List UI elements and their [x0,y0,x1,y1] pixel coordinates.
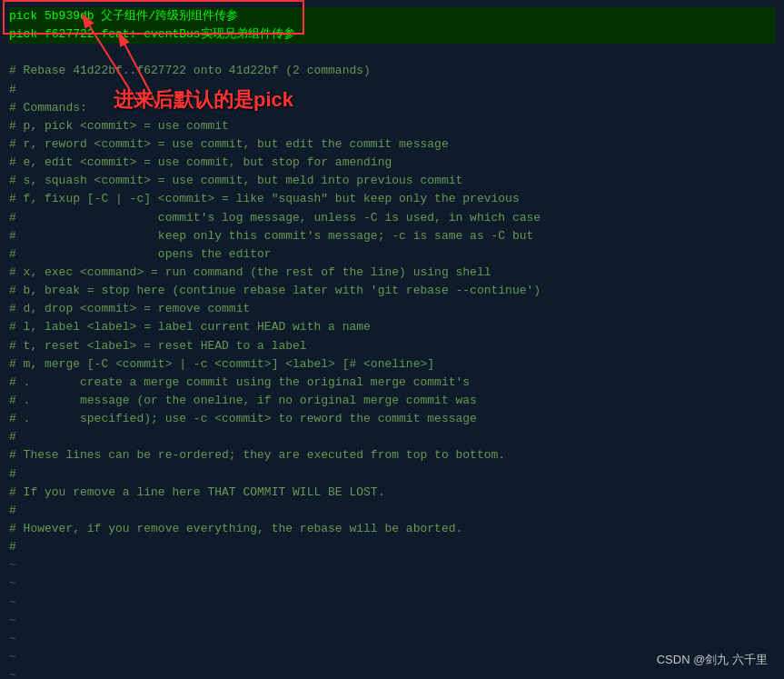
empty-line-1 [9,44,775,62]
tilde-7: ~ [9,666,775,679]
cmd-pick: # p, pick <commit> = use commit [9,117,775,135]
cmd-label: # l, label <label> = label current HEAD … [9,318,775,336]
cmd-reset: # t, reset <label> = reset HEAD to a lab… [9,337,775,355]
reorder-note: # These lines can be re-ordered; they ar… [9,446,775,464]
abort-warning: # However, if you remove everything, the… [9,520,775,538]
cmd-fixup-cont1: # commit's log message, unless -C is use… [9,209,775,227]
cmd-merge-cont3: # . specified); use -c <commit> to rewor… [9,410,775,428]
cmd-fixup-cont2: # keep only this commit's message; -c is… [9,227,775,245]
tilde-2: ~ [9,574,775,593]
hash-line-2: # [9,428,775,446]
tilde-5: ~ [9,630,775,648]
hash-line-5: # [9,538,775,556]
terminal-content: pick 5b939db 父子组件/跨级别组件传参 pick f627722 f… [9,7,775,679]
hash-line-3: # [9,465,775,484]
cmd-merge-cont1: # . create a merge commit using the orig… [9,374,775,392]
hash-line-4: # [9,502,775,520]
cmd-edit: # e, edit <commit> = use commit, but sto… [9,154,775,172]
cmd-exec: # x, exec <command> = run command (the r… [9,264,775,282]
lost-warning: # If you remove a line here THAT COMMIT … [9,484,775,502]
tilde-4: ~ [9,612,775,630]
hash-line-1: # [9,81,775,99]
tilde-1: ~ [9,556,775,574]
tilde-3: ~ [9,594,775,612]
csdn-watermark: CSDN @剑九 六千里 [657,652,768,668]
cmd-break: # b, break = stop here (continue rebase … [9,282,775,300]
terminal-window: pick 5b939db 父子组件/跨级别组件传参 pick f627722 f… [0,0,784,679]
cmd-merge: # m, merge [-C <commit> | -c <commit>] <… [9,355,775,374]
commands-header: # Commands: [9,99,775,117]
cmd-drop: # d, drop <commit> = remove commit [9,300,775,318]
pick-line-2: pick f627722 feat: eventBus实现兄弟组件传参 [9,25,775,44]
cmd-fixup-cont3: # opens the editor [9,245,775,264]
cmd-squash: # s, squash <commit> = use commit, but m… [9,172,775,190]
rebase-header: # Rebase 41d22bf..f627722 onto 41d22bf (… [9,62,775,80]
cmd-reword: # r, reword <commit> = use commit, but e… [9,135,775,154]
pick-line-1: pick 5b939db 父子组件/跨级别组件传参 [9,7,775,25]
cmd-merge-cont2: # . message (or the oneline, if no origi… [9,392,775,410]
cmd-fixup: # f, fixup [-C | -c] <commit> = like "sq… [9,190,775,208]
